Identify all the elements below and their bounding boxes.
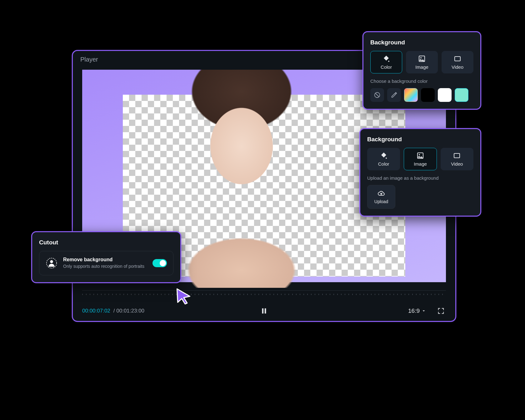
- svg-point-9: [419, 154, 420, 155]
- person-cutout-icon: [46, 257, 58, 269]
- fullscreen-button[interactable]: [436, 306, 446, 316]
- background-image-panel: Background Color Image Video Upload an i…: [359, 128, 481, 217]
- cutout-panel: Cutout Remove background Only supports a…: [31, 231, 181, 283]
- cursor-icon: [175, 288, 192, 304]
- color-swatch-black[interactable]: [421, 88, 435, 102]
- bg-option-color[interactable]: Color: [370, 51, 402, 73]
- bg-option-color-2[interactable]: Color: [367, 148, 400, 170]
- svg-point-3: [50, 260, 53, 263]
- timeline[interactable]: [82, 290, 446, 299]
- choose-color-label: Choose a background color: [370, 78, 473, 84]
- color-swatch-mint[interactable]: [455, 88, 468, 102]
- video-icon: [453, 152, 461, 159]
- upload-image-label: Upload an image as a background: [367, 175, 473, 181]
- time-duration: / 00:01:23:00: [113, 308, 144, 314]
- color-swatch-white[interactable]: [438, 88, 452, 102]
- cloud-upload-icon: [378, 190, 385, 197]
- bg-option-image-2[interactable]: Image: [404, 148, 437, 170]
- bg-option-video-2[interactable]: Video: [441, 148, 473, 170]
- eyedropper-icon: [391, 92, 398, 98]
- remove-bg-subtitle: Only supports auto recognition of portra…: [63, 263, 147, 269]
- svg-rect-0: [262, 308, 264, 314]
- video-icon: [454, 55, 461, 62]
- aspect-ratio-selector[interactable]: 16:9: [408, 308, 426, 314]
- time-current: 00:00:07:02: [82, 308, 110, 314]
- color-picker-swatch[interactable]: [404, 88, 418, 102]
- remove-bg-title: Remove background: [63, 257, 147, 262]
- no-color-swatch[interactable]: [370, 88, 384, 102]
- image-icon: [417, 152, 424, 159]
- pause-button[interactable]: [258, 305, 270, 317]
- svg-rect-6: [455, 57, 460, 61]
- image-icon: [418, 55, 426, 62]
- eyedropper-swatch[interactable]: [387, 88, 401, 102]
- chevron-down-icon: [422, 309, 426, 313]
- svg-rect-10: [454, 153, 460, 158]
- svg-point-5: [420, 57, 422, 58]
- bg-heading: Background: [370, 39, 473, 46]
- bg-option-image[interactable]: Image: [406, 51, 438, 73]
- paint-bucket-icon: [380, 152, 388, 159]
- remove-bg-toggle[interactable]: [152, 259, 167, 267]
- paint-bucket-icon: [382, 55, 390, 62]
- remove-background-row: Remove background Only supports auto rec…: [39, 251, 173, 275]
- bg-option-video[interactable]: Video: [442, 51, 473, 73]
- background-color-panel: Background Color Image Video Choose a ba…: [362, 31, 481, 110]
- upload-button[interactable]: Upload: [367, 185, 395, 209]
- bg-heading-2: Background: [367, 136, 473, 143]
- player-controls: 00:00:07:02 / 00:01:23:00 16:9: [73, 301, 455, 321]
- ban-icon: [374, 92, 381, 98]
- cutout-heading: Cutout: [39, 239, 173, 246]
- svg-rect-1: [265, 308, 266, 314]
